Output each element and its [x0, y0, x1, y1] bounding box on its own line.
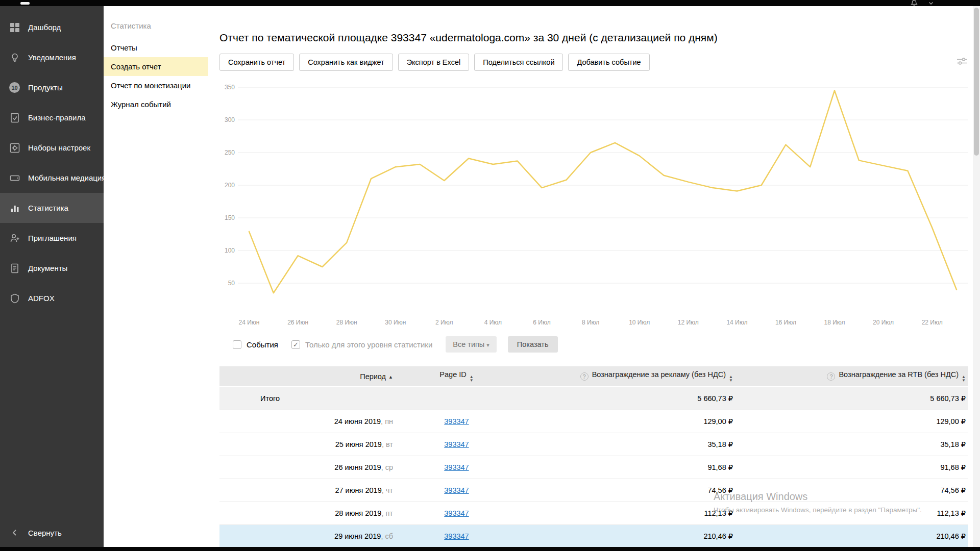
- sidebar-item-adfox[interactable]: ADFOX: [0, 283, 104, 313]
- sidebar-item-mobile-mediation[interactable]: Мобильная медиация: [0, 163, 104, 193]
- sidebar-item-notifications[interactable]: Уведомления: [0, 42, 104, 72]
- rtb-reward-cell: 112,13 ₽: [738, 502, 968, 524]
- period-cell: 29 июня 2019, сб: [219, 524, 407, 547]
- products-count-badge: 10: [9, 82, 20, 93]
- sidebar-item-business-rules[interactable]: Бизнес-правила: [0, 103, 104, 133]
- svg-text:24 Июн: 24 Июн: [239, 319, 260, 326]
- period-cell: 26 июня 2019, ср: [219, 456, 407, 479]
- total-rtb-reward: 5 660,73 ₽: [738, 387, 968, 410]
- submenu-item-create-report[interactable]: Создать отчет: [104, 57, 208, 76]
- save-as-widget-button[interactable]: Сохранить как виджет: [299, 54, 393, 71]
- sidebar-collapse-button[interactable]: Свернуть: [0, 522, 104, 543]
- svg-text:18 Июл: 18 Июл: [824, 319, 845, 326]
- sidebar-item-statistics[interactable]: Статистика: [0, 193, 104, 223]
- export-excel-button[interactable]: Экспорт в Excel: [398, 54, 470, 71]
- events-checkbox[interactable]: [233, 340, 241, 349]
- page-id-cell: 393347: [407, 410, 506, 433]
- submenu: Статистика ОтчетыСоздать отчетОтчет по м…: [104, 6, 208, 551]
- sort-icon[interactable]: ▲▼: [470, 375, 474, 382]
- total-row: Итого 5 660,73 ₽ 5 660,73 ₽: [219, 387, 968, 410]
- level-checkbox[interactable]: ✓: [291, 340, 300, 349]
- sidebar-item-label: Приглашения: [28, 234, 77, 242]
- products-badge-icon: 10: [9, 82, 20, 93]
- user-menu-chevron-icon[interactable]: [928, 0, 934, 6]
- event-type-select-label: Все типы: [453, 340, 484, 348]
- table-header-row: Период▲Page ID▲▼?Вознаграждение за рекла…: [219, 366, 968, 387]
- period-cell: 28 июня 2019, пт: [219, 502, 407, 524]
- sidebar-item-documents[interactable]: Документы: [0, 253, 104, 283]
- top-browser-strip: [0, 0, 980, 6]
- day-of-week: , сб: [381, 532, 393, 540]
- submenu-item-monetization-report[interactable]: Отчет по монетизации: [104, 76, 208, 95]
- notifications-icon: [9, 53, 20, 63]
- sidebar-item-dashboard[interactable]: Дашборд: [0, 12, 104, 42]
- ad-reward-cell: 129,00 ₽: [506, 410, 738, 433]
- chevron-left-icon: [9, 529, 20, 536]
- page-id-link[interactable]: 393347: [444, 417, 469, 425]
- page-id-link[interactable]: 393347: [444, 509, 469, 517]
- rtb-reward-cell: 91,68 ₽: [738, 456, 968, 479]
- svg-text:100: 100: [225, 247, 235, 254]
- sidebar-item-label: ADFOX: [28, 294, 55, 303]
- show-button[interactable]: Показать: [508, 336, 558, 353]
- table-row: 24 июня 2019, пн393347129,00 ₽129,00 ₽: [219, 410, 968, 433]
- ad-reward-cell: 74,56 ₽: [506, 479, 738, 502]
- help-icon[interactable]: ?: [827, 372, 835, 381]
- column-header-3[interactable]: ?Вознаграждение за рекламу (без НДС)▲▼: [506, 366, 738, 387]
- sidebar-item-label: Мобильная медиация: [28, 173, 106, 182]
- submenu-item-event-log[interactable]: Журнал событий: [104, 95, 208, 114]
- svg-text:250: 250: [225, 149, 235, 156]
- page-id-cell: 393347: [407, 433, 506, 456]
- period-cell: 25 июня 2019, вт: [219, 433, 407, 456]
- sidebar-item-products[interactable]: 10Продукты: [0, 72, 104, 103]
- scrollbar-thumb[interactable]: [974, 8, 979, 156]
- event-type-select[interactable]: Все типы ▾: [446, 336, 497, 353]
- sidebar-item-label: Уведомления: [28, 53, 76, 62]
- sidebar-item-settings-sets[interactable]: Наборы настроек: [0, 133, 104, 163]
- column-header-1[interactable]: Период▲: [219, 366, 407, 387]
- page-id-cell: 393347: [407, 479, 506, 502]
- page-id-link[interactable]: 393347: [444, 440, 469, 448]
- page-id-link[interactable]: 393347: [444, 463, 469, 471]
- svg-text:10 Июл: 10 Июл: [629, 319, 650, 326]
- invitations-icon: [9, 233, 20, 243]
- page-id-link[interactable]: 393347: [444, 532, 469, 540]
- svg-text:26 Июн: 26 Июн: [287, 319, 308, 326]
- logo-mark: [20, 2, 30, 5]
- column-label: Период: [360, 372, 386, 381]
- sort-icon[interactable]: ▲▼: [729, 375, 733, 382]
- main-content: Отчет по тематической площадке 393347 «u…: [208, 6, 980, 551]
- submenu-item-reports[interactable]: Отчеты: [104, 38, 208, 57]
- rtb-reward-cell: 210,46 ₽: [738, 524, 968, 547]
- column-header-4[interactable]: ?Вознаграждение за RTB (без НДС)▲▼: [738, 366, 968, 387]
- ad-reward-cell: 35,18 ₽: [506, 433, 738, 456]
- rtb-reward-cell: 129,00 ₽: [738, 410, 968, 433]
- svg-text:12 Июл: 12 Июл: [678, 319, 699, 326]
- page-id-cell: 393347: [407, 456, 506, 479]
- share-link-button[interactable]: Поделиться ссылкой: [474, 54, 563, 71]
- save-report-button[interactable]: Сохранить отчет: [219, 54, 294, 71]
- ad-reward-cell: 210,46 ₽: [506, 524, 738, 547]
- sidebar-item-label: Бизнес-правила: [28, 113, 85, 122]
- bell-icon[interactable]: [911, 0, 918, 6]
- add-event-button[interactable]: Добавить событие: [568, 54, 649, 71]
- chart-settings-icon[interactable]: [957, 57, 968, 67]
- vertical-scrollbar[interactable]: [973, 6, 980, 547]
- sort-ascending-icon: ▲: [388, 374, 393, 380]
- period-cell: 24 июня 2019, пн: [219, 410, 407, 433]
- page-id-link[interactable]: 393347: [444, 486, 469, 494]
- sidebar-item-label: Статистика: [28, 204, 68, 212]
- total-ad-reward: 5 660,73 ₽: [506, 387, 738, 410]
- level-checkbox-label: Только для этого уровня статистики: [305, 340, 432, 349]
- svg-text:30 Июн: 30 Июн: [385, 319, 406, 326]
- table-row: 29 июня 2019, сб393347210,46 ₽210,46 ₽: [219, 524, 968, 547]
- total-label: Итого: [219, 387, 407, 410]
- chart-area: 5010015020025030035024 Июн26 Июн28 Июн30…: [219, 79, 968, 333]
- help-icon[interactable]: ?: [580, 372, 589, 381]
- column-header-2[interactable]: Page ID▲▼: [407, 366, 506, 387]
- table-row: 28 июня 2019, пт393347112,13 ₽112,13 ₽: [219, 502, 968, 524]
- table-body: Итого 5 660,73 ₽ 5 660,73 ₽ 24 июня 2019…: [219, 387, 968, 547]
- sidebar: ДашбордУведомления10ПродуктыБизнес-прави…: [0, 6, 104, 551]
- sidebar-item-invitations[interactable]: Приглашения: [0, 223, 104, 253]
- sort-icon[interactable]: ▲▼: [962, 375, 966, 382]
